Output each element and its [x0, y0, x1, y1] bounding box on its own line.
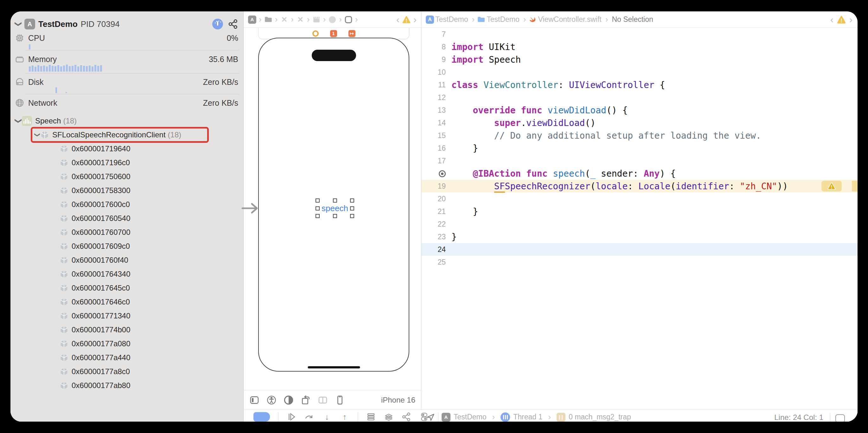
- code-area[interactable]: 78import UIKit9import Speech1011class Vi…: [421, 28, 858, 409]
- code-line-15[interactable]: 15 // Do any additional setup after load…: [421, 129, 858, 142]
- address-row[interactable]: 0x600001764340: [10, 267, 243, 281]
- address-row[interactable]: 0x600001750600: [10, 170, 243, 184]
- performance-gauge-icon[interactable]: [212, 19, 223, 29]
- resize-handle[interactable]: [350, 198, 354, 203]
- address-row[interactable]: 0x600001719640: [10, 142, 243, 156]
- warning-icon[interactable]: [402, 15, 411, 24]
- code-line-19[interactable]: 19 SFSpeechRecognizer(locale: Locale(ide…: [421, 180, 858, 193]
- address-row[interactable]: 0x60000177a080: [10, 337, 243, 351]
- stat-row-network[interactable]: Network Zero KB/s: [15, 96, 238, 110]
- address-row[interactable]: 0x600001760f40: [10, 253, 243, 267]
- warning-icon[interactable]: [837, 15, 846, 24]
- speech-button-selection[interactable]: speech: [317, 200, 352, 216]
- code-line-7[interactable]: 7: [421, 28, 858, 40]
- code-line-25[interactable]: 25: [421, 256, 858, 268]
- breakpoints-toggle-icon[interactable]: [253, 412, 270, 422]
- appearance-icon[interactable]: [283, 395, 294, 405]
- resize-handle[interactable]: [315, 198, 320, 203]
- code-line-16[interactable]: 16 }: [421, 142, 858, 155]
- view-controller-icon[interactable]: [328, 15, 336, 24]
- code-line-21[interactable]: 21 }: [421, 205, 858, 218]
- forward-chevron-icon[interactable]: ›: [849, 14, 852, 25]
- xcode-file-icon[interactable]: ✕: [296, 15, 304, 24]
- tree-item-selected[interactable]: ❯ SFLocalSpeechRecognitionClient (18): [10, 128, 243, 142]
- code-line-8[interactable]: 8import UIKit: [421, 40, 858, 53]
- chevron-down-icon[interactable]: ❯: [14, 118, 23, 124]
- ibaction-connector-icon[interactable]: [421, 169, 452, 178]
- tree-group-speech[interactable]: ❯ Speech (18): [10, 114, 243, 128]
- resize-handle[interactable]: [333, 214, 337, 218]
- process-header[interactable]: ❯ A TestDemo PID 70394: [15, 17, 238, 31]
- address-row[interactable]: 0x60000177a440: [10, 351, 243, 365]
- code-line-13[interactable]: 13 override func viewDidLoad() {: [421, 104, 858, 116]
- code-line-12[interactable]: 12: [421, 91, 858, 104]
- breadcrumb-file[interactable]: ViewController.swift: [538, 15, 601, 24]
- chevron-down-icon[interactable]: ❯: [14, 21, 23, 28]
- code-line-24[interactable]: 24: [421, 243, 858, 256]
- code-line-11[interactable]: 11class ViewController: UIViewController…: [421, 78, 858, 91]
- forward-chevron-icon[interactable]: ›: [413, 14, 416, 25]
- code-line-18[interactable]: @IBAction func speech(_ sender: Any) {: [421, 167, 858, 180]
- step-over-icon[interactable]: [304, 412, 314, 422]
- resize-handle[interactable]: [350, 214, 354, 218]
- back-chevron-icon[interactable]: ‹: [830, 14, 834, 25]
- address-row[interactable]: 0x6000017645c0: [10, 281, 243, 295]
- memory-graph-icon[interactable]: [228, 19, 238, 29]
- address-row[interactable]: 0x60000177a8c0: [10, 365, 243, 378]
- address-row[interactable]: 0x6000017196c0: [10, 156, 243, 170]
- debug-app-name[interactable]: TestDemo: [454, 413, 487, 421]
- step-out-icon[interactable]: ↑: [340, 412, 349, 422]
- address-row[interactable]: 0x6000017646c0: [10, 295, 243, 309]
- chevron-down-icon[interactable]: ❯: [34, 132, 41, 138]
- code-line-10[interactable]: 10: [421, 66, 858, 78]
- address-row[interactable]: 0x600001774b00: [10, 323, 243, 337]
- device-icon[interactable]: [335, 395, 345, 405]
- view-hierarchy-icon[interactable]: [366, 412, 376, 422]
- editor-mode-icon[interactable]: [835, 414, 845, 422]
- exit-icon[interactable]: ↦: [348, 30, 355, 37]
- resize-handle[interactable]: [333, 198, 337, 203]
- back-chevron-icon[interactable]: ‹: [396, 14, 400, 25]
- stat-row-memory[interactable]: Memory 35.6 MB: [15, 52, 238, 66]
- address-row[interactable]: 0x600001760540: [10, 211, 243, 225]
- folder-icon[interactable]: [477, 15, 485, 24]
- project-icon[interactable]: A: [426, 15, 434, 24]
- debug-frame[interactable]: 0 mach_msg2_trap: [569, 413, 631, 421]
- sidebar-toggle-icon[interactable]: [249, 395, 259, 405]
- debug-thread[interactable]: Thread 1: [513, 413, 542, 421]
- address-row[interactable]: 0x600001758300: [10, 184, 243, 198]
- address-row[interactable]: 0x6000017600c0: [10, 198, 243, 211]
- first-responder-icon[interactable]: 1: [330, 30, 337, 37]
- breadcrumb-group[interactable]: TestDemo: [487, 15, 520, 24]
- inline-warning-badge[interactable]: [822, 181, 842, 192]
- code-line-9[interactable]: 9import Speech: [421, 53, 858, 66]
- initial-vc-arrow-icon[interactable]: [241, 201, 261, 215]
- continue-icon[interactable]: [287, 412, 296, 422]
- location-arrow-icon[interactable]: [426, 413, 435, 422]
- code-line-17[interactable]: 17: [421, 155, 858, 167]
- step-into-icon[interactable]: ↓: [322, 412, 332, 422]
- view-controller-scene-icon[interactable]: [312, 30, 319, 37]
- folder-icon[interactable]: [264, 15, 273, 24]
- split-view-icon[interactable]: [318, 395, 328, 405]
- address-row[interactable]: 0x600001771340: [10, 309, 243, 323]
- storyboard-scene-icon[interactable]: [312, 15, 320, 24]
- device-label[interactable]: iPhone 16: [381, 396, 415, 404]
- xcode-file-icon[interactable]: ✕: [280, 15, 288, 24]
- memory-stack-icon[interactable]: [384, 412, 394, 422]
- stat-row-cpu[interactable]: CPU 0%: [15, 31, 238, 45]
- resize-handle[interactable]: [315, 206, 320, 210]
- project-icon[interactable]: A: [248, 15, 256, 24]
- code-line-14[interactable]: 14 super.viewDidLoad(): [421, 116, 858, 129]
- code-line-22[interactable]: 22: [421, 218, 858, 230]
- view-icon[interactable]: [344, 15, 352, 24]
- resize-handle[interactable]: [315, 214, 320, 218]
- breadcrumb-selection[interactable]: No Selection: [612, 15, 653, 24]
- orientation-icon[interactable]: [301, 395, 311, 405]
- resize-handle[interactable]: [350, 206, 354, 210]
- memory-graph-icon[interactable]: [402, 412, 411, 422]
- address-row[interactable]: 0x600001760700: [10, 225, 243, 239]
- address-row[interactable]: 0x6000017609c0: [10, 239, 243, 253]
- code-line-23[interactable]: 23}: [421, 230, 858, 243]
- address-row[interactable]: 0x60000177ab80: [10, 378, 243, 393]
